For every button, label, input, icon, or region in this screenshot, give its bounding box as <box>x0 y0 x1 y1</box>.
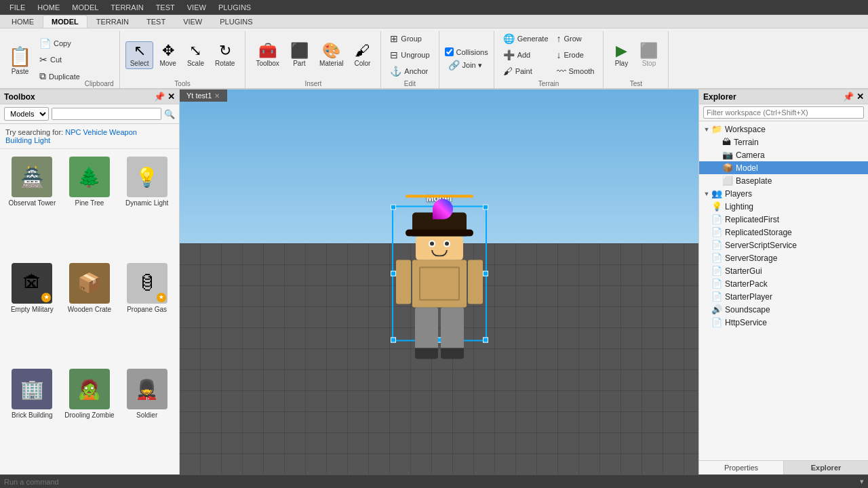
erode-button[interactable]: ↓ Erode <box>553 47 598 62</box>
toolbox-item-pine-tree[interactable]: 🌲Pine Tree <box>62 153 118 258</box>
smooth-button[interactable]: 〰 Smooth <box>553 64 598 79</box>
explorer-pin-icon[interactable]: 📌 <box>843 92 854 102</box>
handle-ml[interactable] <box>391 271 396 277</box>
menu-home[interactable]: HOME <box>32 2 65 13</box>
toolbox-item-drooling-zombie[interactable]: 🧟Drooling Zombie <box>62 365 118 470</box>
tree-item-httpservice[interactable]: 📄HttpService <box>699 316 868 329</box>
tree-arrow-serverstorage[interactable] <box>702 253 711 263</box>
tree-arrow-terrain[interactable] <box>713 138 722 147</box>
tree-arrow-httpservice[interactable] <box>702 318 711 327</box>
tree-arrow-replicatedstorage[interactable] <box>702 228 711 237</box>
tree-arrow-soundscape[interactable] <box>702 305 711 314</box>
handle-bl[interactable] <box>391 338 396 343</box>
tree-item-soundscape[interactable]: 🔊Soundscape <box>699 303 868 316</box>
ungroup-button[interactable]: ⊟ Ungroup <box>387 47 433 62</box>
tree-item-camera[interactable]: 📷Camera <box>699 148 868 161</box>
suggest-light[interactable]: Light <box>34 136 50 144</box>
tree-item-replicatedstorage[interactable]: 📄ReplicatedStorage <box>699 226 868 239</box>
toolbox-item-dynamic-light[interactable]: 💡Dynamic Light <box>119 153 175 258</box>
select-button[interactable]: ↖ Select <box>125 41 154 69</box>
model-selection-box[interactable] <box>392 206 487 342</box>
tree-arrow-camera[interactable] <box>713 150 722 160</box>
tree-arrow-replicatedfirst[interactable] <box>702 215 711 224</box>
add-terrain-button[interactable]: ➕ Add <box>500 47 552 62</box>
tree-item-replicatedfirst[interactable]: 📄ReplicatedFirst <box>699 213 868 226</box>
toolbox-item-observat-tower[interactable]: 🏯Observat Tower <box>4 153 60 258</box>
tree-arrow-workspace[interactable] <box>702 125 711 134</box>
color-button[interactable]: 🖌 Color <box>349 41 375 69</box>
paste-button[interactable]: 📋 Paste <box>5 44 35 77</box>
toolbox-close-icon[interactable]: ✕ <box>167 92 175 102</box>
toolbox-item-soldier[interactable]: 💂Soldier <box>119 365 175 470</box>
tree-item-serverscriptservice[interactable]: 📄ServerScriptService <box>699 239 868 251</box>
menu-plugins[interactable]: PLUGINS <box>213 2 256 13</box>
tree-arrow-serverscriptservice[interactable] <box>702 241 711 250</box>
collisions-checkbox[interactable]: Collisions <box>445 47 488 56</box>
ribbon-tab-model[interactable]: MODEL <box>43 15 87 28</box>
material-button[interactable]: 🎨 Material <box>315 41 349 69</box>
tree-item-startergui[interactable]: 📄StarterGui <box>699 264 868 277</box>
toolbox-item-empty-military[interactable]: 🏚★Empty Military <box>4 260 60 365</box>
toolbox-item-wooden-crate[interactable]: 📦Wooden Crate <box>62 260 118 365</box>
collisions-check-input[interactable] <box>445 47 454 56</box>
duplicate-button[interactable]: ⧉ Duplicate <box>36 68 83 84</box>
ribbon-tab-home[interactable]: HOME <box>3 15 43 28</box>
suggest-weapon[interactable]: Weapon <box>109 128 137 136</box>
tree-arrow-startergui[interactable] <box>702 266 711 276</box>
tree-item-serverstorage[interactable]: 📄ServerStorage <box>699 251 868 264</box>
menu-test[interactable]: TEST <box>151 2 180 13</box>
play-button[interactable]: ▶ Play <box>609 41 633 69</box>
viewport[interactable]: Yt test1 ✕ Model <box>180 89 698 474</box>
suggest-npc[interactable]: NPC <box>65 128 81 136</box>
tree-item-terrain[interactable]: 🏔Terrain <box>699 136 868 148</box>
command-input[interactable] <box>4 478 857 486</box>
menu-model[interactable]: MODEL <box>66 2 104 13</box>
tree-arrow-baseplate[interactable] <box>713 176 722 186</box>
toolbox-pin-icon[interactable]: 📌 <box>154 92 165 102</box>
explorer-filter-input[interactable] <box>703 106 864 119</box>
tree-arrow-model[interactable] <box>713 163 722 173</box>
rotate-button[interactable]: ↻ Rotate <box>210 41 239 69</box>
explorer-close-icon[interactable]: ✕ <box>856 92 864 102</box>
ribbon-tab-view[interactable]: VIEW <box>174 15 211 28</box>
join-button[interactable]: 🔗 Join ▾ <box>445 58 488 73</box>
scale-button[interactable]: ⤡ Scale <box>182 41 209 69</box>
toolbox-item-brick-building[interactable]: 🏢Brick Building <box>4 365 60 470</box>
ribbon-tab-plugins[interactable]: PLUGINS <box>211 15 261 28</box>
part-button[interactable]: ⬛ Part <box>285 41 313 69</box>
menu-terrain[interactable]: TERRAIN <box>105 2 149 13</box>
explorer-tab[interactable]: Explorer <box>784 461 868 474</box>
ribbon-tab-test[interactable]: TEST <box>138 15 174 28</box>
cut-button[interactable]: ✂ Cut <box>36 52 83 67</box>
command-arrow[interactable]: ▾ <box>860 477 864 486</box>
ribbon-tab-terrain[interactable]: TERRAIN <box>87 15 138 28</box>
viewport-tab-close[interactable]: ✕ <box>214 92 220 100</box>
tree-item-players[interactable]: 👥Players <box>699 187 868 200</box>
copy-button[interactable]: 📄 Copy <box>36 36 83 51</box>
tree-item-starterpack[interactable]: 📄StarterPack <box>699 277 868 290</box>
tree-arrow-starterplayer[interactable] <box>702 292 711 302</box>
handle-tl[interactable] <box>391 205 396 210</box>
handle-tr[interactable] <box>483 205 488 210</box>
move-button[interactable]: ✥ Move <box>155 41 180 69</box>
menu-view[interactable]: VIEW <box>182 2 212 13</box>
tree-arrow-starterpack[interactable] <box>702 279 711 289</box>
paint-button[interactable]: 🖌 Paint <box>500 64 552 79</box>
tree-item-model[interactable]: 📦Model <box>699 161 868 174</box>
suggest-building[interactable]: Building <box>5 136 32 144</box>
properties-tab[interactable]: Properties <box>699 461 784 474</box>
stop-button[interactable]: ⬛ Stop <box>635 41 663 69</box>
handle-mr[interactable] <box>483 271 488 277</box>
toolbox-category-select[interactable]: Models Decals Audio <box>4 107 49 121</box>
viewport-tab-yttest1[interactable]: Yt test1 ✕ <box>180 89 227 102</box>
toolbox-search-input[interactable] <box>52 108 161 120</box>
tree-arrow-lighting[interactable] <box>702 202 711 211</box>
anchor-button[interactable]: ⚓ Anchor <box>387 64 433 79</box>
tree-item-lighting[interactable]: 💡Lighting <box>699 200 868 213</box>
tree-item-baseplate[interactable]: ⬜Baseplate <box>699 174 868 187</box>
tree-item-starterplayer[interactable]: 📄StarterPlayer <box>699 290 868 303</box>
toolbox-button[interactable]: 🧰 Toolbox <box>251 41 283 69</box>
menu-file[interactable]: FILE <box>4 2 31 13</box>
search-icon[interactable]: 🔍 <box>164 109 175 119</box>
generate-button[interactable]: 🌐 Generate <box>500 31 552 46</box>
